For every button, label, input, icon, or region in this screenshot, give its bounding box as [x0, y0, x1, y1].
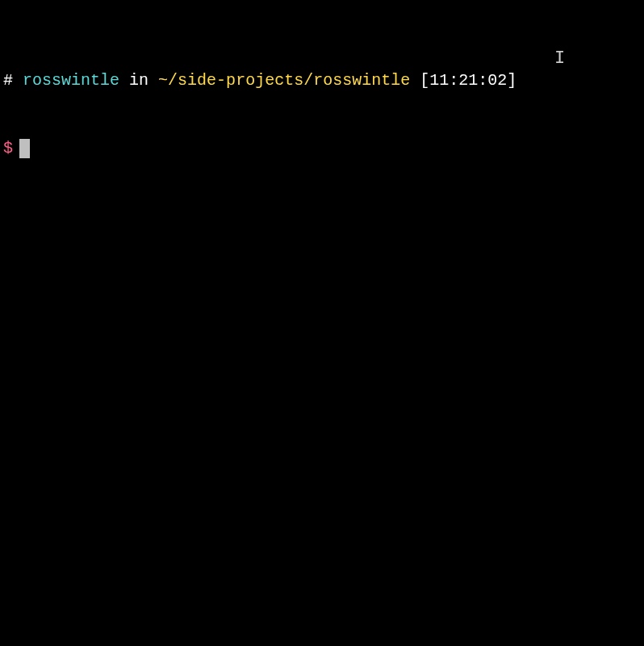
- prompt-path: ~/side-projects/rosswintle: [158, 71, 410, 90]
- terminal-cursor: [19, 139, 30, 158]
- prompt-separator: in: [129, 71, 148, 90]
- prompt-hash: #: [3, 71, 13, 90]
- prompt-line: # rosswintle in ~/side-projects/rosswint…: [3, 69, 641, 92]
- prompt-time: [11:21:02]: [420, 71, 516, 90]
- prompt-user: rosswintle: [23, 71, 119, 90]
- terminal-window[interactable]: # rosswintle in ~/side-projects/rosswint…: [0, 0, 644, 186]
- prompt-dollar: $: [3, 137, 13, 160]
- command-input[interactable]: [30, 140, 641, 158]
- command-input-line[interactable]: $: [3, 137, 641, 160]
